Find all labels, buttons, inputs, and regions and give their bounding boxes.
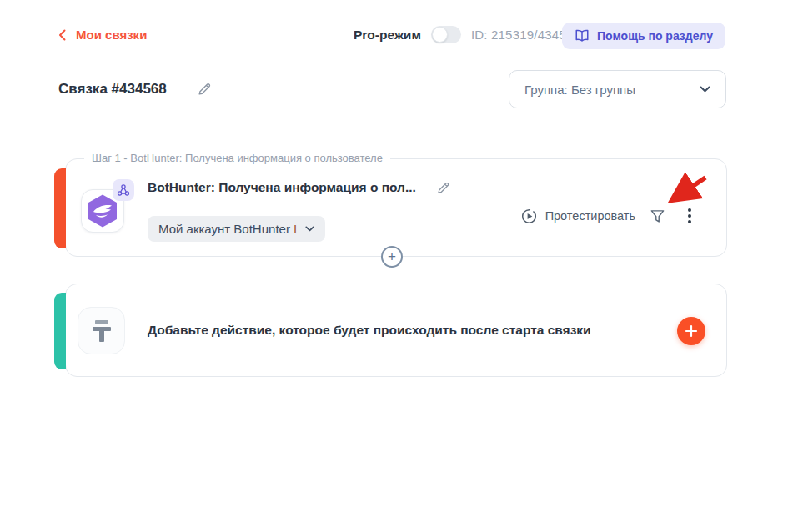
help-button-label: Помощь по разделу [597,29,713,43]
workflow-editor-page: Мои связки Pro-режим ID: 215319/434568 П… [0,0,788,532]
test-step-label: Протестировать [545,209,635,223]
step-1-title-row: BotHunter: Получена информация о пол... [148,180,450,195]
trigger-type-badge [113,179,134,201]
add-action-text: Добавьте действие, которое будет происхо… [148,284,591,376]
test-step-button[interactable]: Протестировать [521,208,635,224]
step-1-title: BotHunter: Получена информация о пол... [148,180,416,195]
pro-mode-cluster: Pro-режим ID: 215319/434568 [354,26,580,43]
webhook-icon [117,183,130,197]
action-accent-bar [54,293,66,369]
filter-button[interactable] [650,208,665,224]
account-dropdown-truncated: I [294,222,297,236]
open-book-icon [575,29,590,43]
play-circle-icon [521,208,537,224]
step-1-card: Шаг 1 - BotHunter: Получена информация о… [65,158,727,257]
group-dropdown[interactable]: Группа: Без группы [509,70,726,108]
account-dropdown-value: Мой аккаунт BotHunter [158,222,294,236]
bothunter-app-icon [81,189,124,233]
pencil-icon [197,82,212,97]
edit-step-title-button[interactable] [436,181,450,195]
step-1-accent-bar [54,168,66,248]
action-placeholder-icon [78,307,125,354]
add-action-button[interactable] [677,317,705,345]
step-1-legend: Шаг 1 - BotHunter: Получена информация о… [84,152,390,164]
chevron-down-icon [305,226,314,232]
red-arrow-annotation [658,172,713,208]
step-menu-button[interactable] [683,205,696,227]
back-link-label: Мои связки [76,28,147,42]
account-dropdown[interactable]: Мой аккаунт BotHunter I [148,216,325,242]
chevron-left-icon [58,29,66,41]
back-to-connections-link[interactable]: Мои связки [58,28,147,42]
pro-mode-toggle[interactable] [431,26,461,43]
rename-connection-button[interactable] [197,82,212,97]
group-dropdown-value: Группа: Без группы [524,83,635,97]
pro-mode-label: Pro-режим [354,28,421,43]
section-help-button[interactable]: Помощь по разделу [562,23,725,49]
add-step-between-button[interactable]: + [381,246,403,268]
chevron-down-icon [700,86,710,93]
funnel-icon [650,208,665,224]
toggle-knob [432,27,448,43]
plus-icon [685,324,698,338]
step-1-actions: Протестировать [521,205,696,227]
pencil-icon [436,181,450,195]
action-letter-icon [91,319,113,344]
add-action-card: Добавьте действие, которое будет происхо… [65,284,727,377]
title-row: Связка #434568 [58,81,212,98]
page-title: Связка #434568 [58,81,167,98]
